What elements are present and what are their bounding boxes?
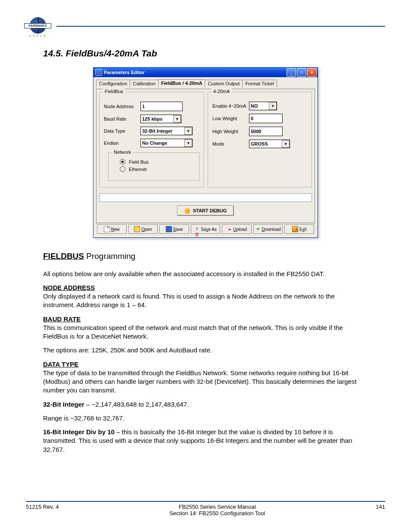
download-button[interactable]: Download [253,224,283,234]
minimize-button[interactable]: _ [286,68,296,77]
start-debug-button[interactable]: START DEBUG [177,205,234,216]
upload-button[interactable]: Upload [222,224,252,234]
enable-4-20ma-label: Enable 4~20mA [212,103,249,109]
data-type-head: DATA TYPE [43,361,78,368]
window-title: Parameters Editor [104,70,286,75]
tab-custom-output[interactable]: Custom Output [205,80,243,87]
data-type-divby10: 16-Bit Integer Div by 10 – this is basic… [43,428,368,454]
baud-rate-label: Baud Rate [104,116,140,121]
footer-center-2: Section 14: FB2550 Configuration Tool [169,510,265,516]
tab-strip: Configuration Calibration FieldBus / 4-2… [96,79,315,87]
baud-rate-value: 125 kbps [142,116,173,121]
endian-label: Endian [104,140,140,146]
page-header: FAIRBANKS S C A L E [26,17,385,35]
footer-left: 51215 Rev. 4 [26,504,59,516]
mode-select[interactable]: GROSS ▾ [249,140,290,148]
maximize-button[interactable]: □ [297,68,306,77]
network-legend: Network [112,149,133,155]
high-weight-input[interactable] [249,127,283,136]
save-as-icon: ?{} [194,227,199,232]
radio-icon [120,159,125,165]
intro-paragraph: All options below are only available whe… [43,270,368,278]
chevron-down-icon: ▾ [184,139,192,147]
tab-calibration[interactable]: Calibration [130,80,159,87]
fairbanks-logo: FAIRBANKS S C A L E [26,17,50,35]
network-ethernet-label: Ethernet [129,167,147,172]
parameters-editor-window: Parameters Editor _ □ × Configuration Ca… [93,67,318,238]
file-new-icon [104,226,110,232]
node-address-label: Node Address [104,104,140,109]
new-button[interactable]: NNewew [97,224,127,234]
mode-value: GROSS [251,141,282,146]
radio-icon [120,166,125,172]
low-weight-label: Low Weight [212,116,249,121]
subhead-underlined: FIELDBUS [43,252,84,261]
subsection-heading: FIELDBUS Programming [43,251,368,262]
save-as-button[interactable]: ?{}Save As [191,224,221,234]
tab-format-ticket[interactable]: Format Ticket [242,80,277,87]
status-input[interactable] [99,193,312,202]
data-type-label: Data Type [104,128,140,134]
chevron-down-icon: ▾ [184,127,192,135]
node-address-block: NODE ADDRESS Only displayed if a network… [43,283,368,310]
tab-panel: FieldBus Node Address Baud Rate 125 kbps… [96,89,315,223]
brush-icon [184,208,190,214]
save-button[interactable]: Save [159,224,189,234]
logo-brand-text: FAIRBANKS [24,23,51,28]
data-type-block: DATA TYPE The type of data to be transmi… [43,360,368,395]
folder-open-icon [134,226,140,232]
network-group: Network Field Bus Ethernet [108,152,199,181]
node-address-input[interactable] [140,102,183,111]
fieldbus-group: FieldBus Node Address Baud Rate 125 kbps… [99,92,204,187]
data-type-text: The type of data to be transmitted throu… [43,369,357,394]
titlebar: Parameters Editor _ □ × [93,68,318,77]
tab-fieldbus-4-20ma[interactable]: FieldBus / 4-20mA [158,79,205,87]
baud-rate-select[interactable]: 125 kbps ▾ [140,115,181,123]
data-div-lead: 16-Bit Integer Div by 10 [43,428,115,436]
node-address-text: Only displayed if a network card is foun… [43,292,335,308]
fieldbus-legend: FieldBus [103,89,125,94]
page-footer: 51215 Rev. 4 FB2550 Series Service Manua… [26,501,385,516]
data-type-value: 32-Bit Integer [142,128,184,134]
data-range-line: Range is −32,768 to 32,767. [43,414,368,423]
baud-rate-options: The options are: 125K, 250K and 500K and… [43,346,368,355]
chevron-down-icon: ▾ [269,102,277,110]
section-heading: 14.5. FieldBus/4-20mA Tab [43,48,385,59]
chevron-down-icon: ▾ [282,140,290,148]
network-ethernet-radio[interactable]: Ethernet [120,166,195,172]
high-weight-label: High Weight [212,129,249,134]
endian-select[interactable]: No Change ▾ [140,139,193,147]
baud-rate-text: This is communication speed of the netwo… [43,324,343,340]
open-button[interactable]: Open [128,224,158,234]
download-icon [255,227,260,232]
data-32-lead: 32-Bit Integer [43,401,84,408]
footer-center-1: FB2550 Series Service Manual [179,504,256,510]
footer-right: 141 [376,504,385,516]
save-icon [166,226,172,232]
baud-rate-block: BAUD RATE This is communication speed of… [43,315,368,341]
upload-icon [227,227,232,232]
network-fieldbus-radio[interactable]: Field Bus [120,159,195,165]
app-icon [95,69,102,76]
close-button[interactable]: × [307,68,317,77]
data-32-rest: – −2,147,483,648 to 2,147,483,647. [84,401,189,408]
chevron-down-icon: ▾ [173,115,181,123]
m420-group: 4-20mA Enable 4~20mA NO ▾ Low Weight [208,92,312,187]
m420-legend: 4-20mA [212,89,232,94]
data-type-select[interactable]: 32-Bit Integer ▾ [140,127,193,135]
document-body: FIELDBUS Programming All options below a… [43,251,368,454]
toolbar-row: NNewew Open Save ?{}Save As Upload Downl… [96,223,315,235]
header-rule [56,26,385,27]
low-weight-input[interactable] [249,114,283,123]
enable-4-20ma-value: NO [251,103,269,109]
baud-rate-head: BAUD RATE [43,315,81,323]
subhead-rest: Programming [84,252,135,261]
mode-label: Mode [212,141,249,146]
exit-icon [292,226,298,232]
endian-value: No Change [142,140,184,146]
logo-sub-text: S C A L E [26,34,50,37]
tab-configuration[interactable]: Configuration [96,80,130,87]
start-debug-label: START DEBUG [193,208,227,213]
exit-button[interactable]: Exit [284,224,314,234]
enable-4-20ma-select[interactable]: NO ▾ [249,102,277,110]
